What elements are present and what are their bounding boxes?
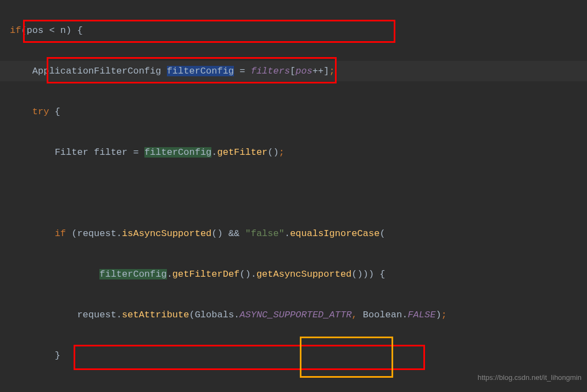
code-line: if (request.isAsyncSupported() && "false…	[0, 223, 587, 244]
code-editor[interactable]: if(pos < n) { ApplicationFilterConfig fi…	[0, 0, 587, 392]
code-line	[0, 183, 587, 203]
code-line: filterConfig.getFilterDef().getAsyncSupp…	[0, 264, 587, 284]
code-line: try {	[0, 102, 587, 122]
code-line: ApplicationFilterConfig filterConfig = f…	[0, 61, 587, 81]
watermark: https://blog.csdn.net/it_lihongmin	[478, 367, 582, 388]
code-line: Filter filter = filterConfig.getFilter()…	[0, 142, 587, 163]
code-line: request.setAttribute(Globals.ASYNC_SUPPO…	[0, 305, 587, 325]
code-line: }	[0, 345, 587, 366]
code-line: if(pos < n) {	[0, 20, 587, 41]
